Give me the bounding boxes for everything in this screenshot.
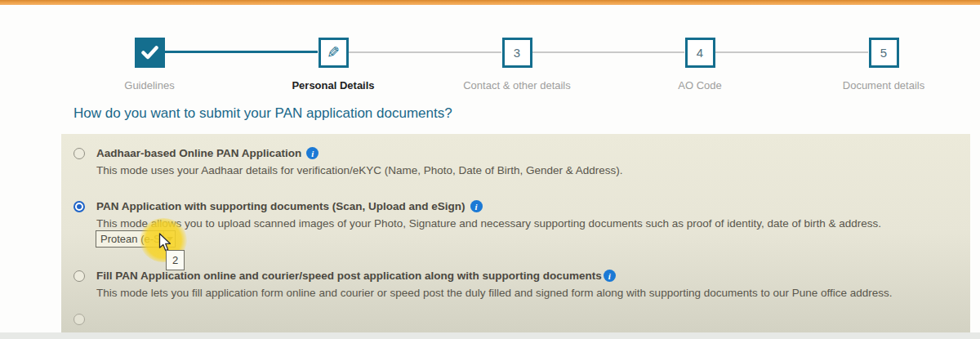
info-icon[interactable]: i <box>470 200 483 212</box>
step-ao-code[interactable]: 4 AO Code <box>618 38 782 91</box>
info-icon[interactable]: i <box>306 147 318 159</box>
option-label: Fill PAN Application online and courier/… <box>96 270 602 282</box>
radio-partial-bottom[interactable] <box>74 314 85 325</box>
info-icon[interactable]: i <box>604 270 616 282</box>
pan-application-screen: Guidelines ✎ Personal Details 3 Contact … <box>0 0 980 339</box>
click-count-badge: 2 <box>166 250 185 270</box>
step-personal-details[interactable]: ✎ Personal Details <box>252 38 415 91</box>
step-number: 5 <box>869 38 899 68</box>
option-label: Aadhaar-based Online PAN Application <box>96 147 301 159</box>
option-esign-label-row[interactable]: PAN Application with supporting document… <box>96 200 483 212</box>
step-label: Document details <box>802 79 965 91</box>
pencil-icon: ✎ <box>318 38 349 68</box>
step-label: Contact & other details <box>435 79 599 91</box>
radio-aadhaar-ekyc[interactable] <box>74 148 85 159</box>
step-label: Personal Details <box>252 79 415 91</box>
check-icon <box>135 38 165 68</box>
page-title: How do you want to submit your PAN appli… <box>74 105 452 122</box>
step-contact-details[interactable]: 3 Contact & other details <box>435 38 599 91</box>
radio-scan-upload-esign[interactable] <box>74 201 85 212</box>
chevron-down-icon[interactable] <box>163 231 176 247</box>
esign-provider-select[interactable]: Protean (e-Si <box>96 230 176 248</box>
step-number: 4 <box>685 38 715 68</box>
step-number: 3 <box>502 38 532 68</box>
option-aadhaar-label-row[interactable]: Aadhaar-based Online PAN Application i <box>96 147 318 159</box>
option-courier-label-row[interactable]: Fill PAN Application online and courier/… <box>96 270 616 282</box>
option-description: This mode lets you fill application form… <box>96 287 893 299</box>
radio-courier-post[interactable] <box>74 270 85 282</box>
option-description: This mode allows you to upload scanned i… <box>96 217 881 230</box>
step-label: Guidelines <box>68 79 231 91</box>
top-accent-bar <box>0 0 980 5</box>
step-guidelines[interactable]: Guidelines <box>68 38 231 91</box>
panel-bottom-edge <box>0 332 980 339</box>
option-label: PAN Application with supporting document… <box>96 200 466 212</box>
step-label: AO Code <box>618 79 782 91</box>
option-description: This mode uses your Aadhaar details for … <box>96 164 623 176</box>
step-document-details[interactable]: 5 Document details <box>802 38 965 91</box>
selected-value: Protean (e-Si <box>96 233 163 245</box>
